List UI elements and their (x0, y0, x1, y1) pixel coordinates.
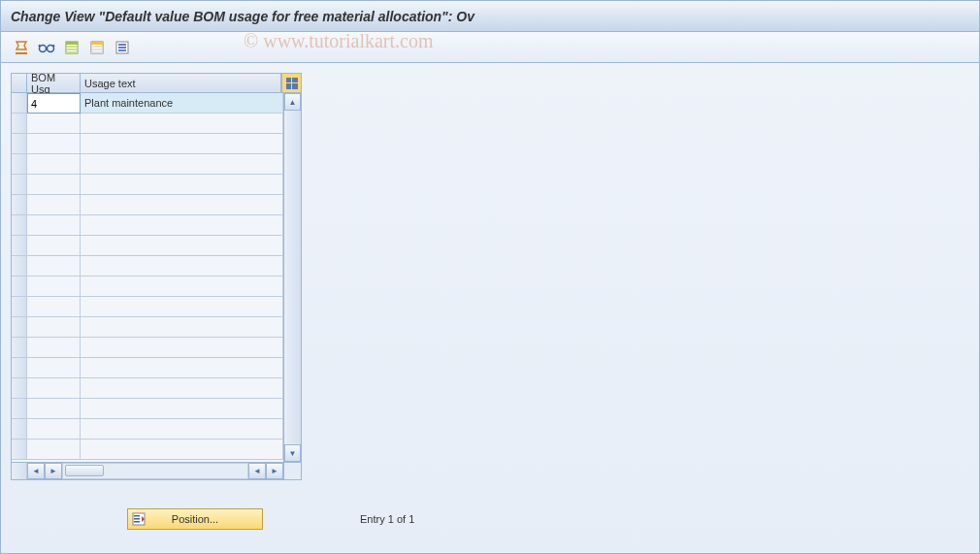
empty-cell[interactable] (27, 399, 81, 419)
empty-cell (81, 195, 283, 215)
empty-cell (81, 419, 283, 440)
svg-rect-10 (91, 49, 103, 50)
delimit-button[interactable] (112, 37, 133, 58)
empty-cell[interactable] (27, 277, 81, 297)
empty-cell[interactable] (27, 419, 81, 440)
position-icon (132, 512, 146, 526)
empty-cell[interactable] (27, 338, 81, 358)
horizontal-scrollbar: ◄ ► ◄ ► (12, 462, 283, 479)
select-all-button[interactable] (61, 37, 82, 58)
column-header-usage-text[interactable]: Usage text (81, 74, 281, 92)
row-selector[interactable] (12, 399, 27, 419)
svg-rect-8 (91, 42, 103, 45)
row-selector[interactable] (12, 93, 27, 114)
empty-cell (81, 317, 283, 338)
title-bar: Change View "Default value BOM usage for… (1, 1, 979, 32)
empty-cell[interactable] (27, 134, 81, 154)
hscroll-left-button-2[interactable]: ◄ (248, 463, 266, 479)
svg-rect-18 (134, 518, 140, 520)
hscroll-left-button[interactable]: ◄ (27, 463, 45, 479)
empty-cell[interactable] (27, 256, 81, 277)
empty-cell (81, 399, 283, 419)
table-row (12, 175, 283, 195)
table-row (12, 297, 283, 317)
row-selector[interactable] (12, 317, 27, 338)
empty-cell[interactable] (27, 236, 81, 256)
table-container: BOM Usg Usage text 4 Plant maintenance (11, 73, 302, 480)
row-selector[interactable] (12, 215, 27, 236)
svg-rect-14 (118, 47, 126, 49)
empty-cell[interactable] (27, 154, 81, 175)
table-row (12, 195, 283, 215)
other-view-button[interactable] (36, 37, 57, 58)
empty-cell (81, 154, 283, 175)
row-selector[interactable] (12, 297, 27, 317)
hscroll-track[interactable] (62, 463, 248, 479)
empty-cell[interactable] (27, 114, 81, 134)
column-header-bom-usg[interactable]: BOM Usg (27, 74, 81, 92)
table-row (12, 440, 283, 460)
empty-cell (81, 175, 283, 195)
table-row (12, 378, 283, 399)
empty-cell[interactable] (27, 440, 81, 460)
row-selector[interactable] (12, 338, 27, 358)
row-selector[interactable] (12, 256, 27, 277)
empty-cell (81, 297, 283, 317)
table-row (12, 154, 283, 175)
row-selector[interactable] (12, 114, 27, 134)
empty-cell (81, 338, 283, 358)
empty-cell (81, 215, 283, 236)
empty-cell[interactable] (27, 175, 81, 195)
svg-rect-19 (134, 521, 140, 523)
table-config-button[interactable] (281, 74, 301, 92)
table-row (12, 134, 283, 154)
glasses-icon (38, 41, 55, 54)
cell-bom-usg[interactable]: 4 (27, 93, 81, 114)
row-selector[interactable] (12, 419, 27, 440)
table-select-all[interactable] (12, 74, 27, 92)
row-selector[interactable] (12, 175, 27, 195)
row-selector[interactable] (12, 378, 27, 399)
empty-cell[interactable] (27, 297, 81, 317)
row-selector[interactable] (12, 134, 27, 154)
table-row (12, 419, 283, 440)
row-selector[interactable] (12, 277, 27, 297)
row-selector[interactable] (12, 440, 27, 460)
svg-rect-9 (91, 46, 103, 48)
empty-cell (81, 277, 283, 297)
row-selector[interactable] (12, 154, 27, 175)
vscroll-down-button[interactable]: ▼ (284, 444, 301, 462)
row-selector[interactable] (12, 195, 27, 215)
deselect-all-button[interactable] (86, 37, 108, 58)
position-label: Position... (172, 513, 218, 525)
empty-cell (81, 134, 283, 154)
row-selector[interactable] (12, 236, 27, 256)
hscroll-right-button[interactable]: ► (45, 463, 62, 479)
svg-point-1 (48, 45, 54, 51)
table-row (12, 215, 283, 236)
position-button[interactable]: Position... (127, 508, 263, 530)
table-row (12, 317, 283, 338)
hscroll-right-button-2[interactable]: ► (266, 463, 283, 479)
table-row (12, 277, 283, 297)
row-selector[interactable] (12, 358, 27, 378)
table-row: 4 Plant maintenance (12, 93, 283, 114)
table-body: 4 Plant maintenance (12, 93, 283, 462)
table-row (12, 358, 283, 378)
config-icon (286, 78, 298, 89)
vscroll-up-button[interactable]: ▲ (284, 93, 301, 111)
svg-rect-15 (118, 49, 126, 51)
empty-cell[interactable] (27, 358, 81, 378)
empty-cell (81, 358, 283, 378)
empty-cell[interactable] (27, 378, 81, 399)
vscroll-track[interactable] (284, 111, 301, 444)
hscroll-thumb[interactable] (65, 465, 104, 476)
svg-rect-6 (66, 51, 78, 53)
svg-rect-4 (66, 46, 78, 48)
scroll-corner (284, 462, 301, 479)
empty-cell (81, 378, 283, 399)
empty-cell[interactable] (27, 215, 81, 236)
empty-cell[interactable] (27, 195, 81, 215)
toggle-button[interactable] (11, 37, 32, 58)
empty-cell[interactable] (27, 317, 81, 338)
